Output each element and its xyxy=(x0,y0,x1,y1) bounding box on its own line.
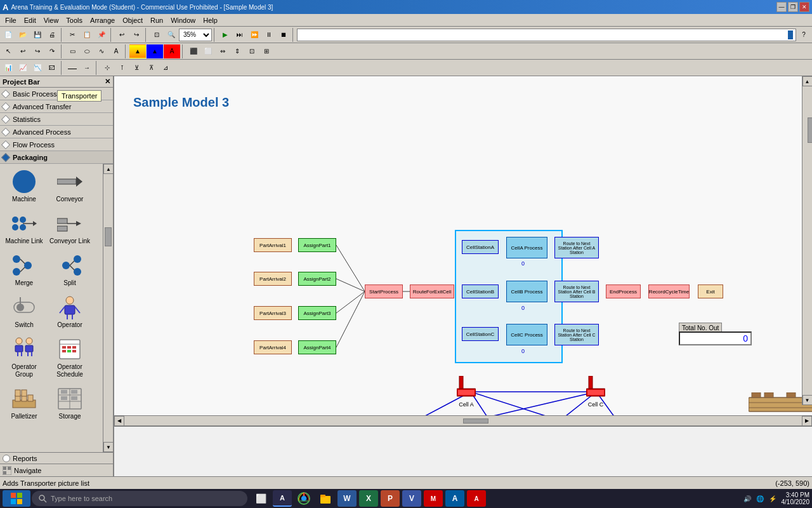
taskbar-search[interactable]: Type here to search xyxy=(32,491,247,506)
route-for-exit-box[interactable]: RouteForExitCell xyxy=(410,284,454,298)
chart3[interactable]: 📉 xyxy=(30,61,44,75)
resize-btn[interactable]: ⊡ xyxy=(245,44,259,58)
taskbar-sound-icon[interactable]: 🔊 xyxy=(743,495,751,502)
minimize-btn[interactable]: — xyxy=(776,2,787,12)
excel-taskbar-btn[interactable]: X xyxy=(359,490,378,507)
project-bar-close[interactable]: ✕ xyxy=(105,77,110,86)
conveyorlink-icon-item[interactable]: Conveyor Link xyxy=(48,208,91,248)
cut-btn[interactable]: ✂ xyxy=(65,28,79,42)
sidebar-item-packaging[interactable]: Packaging xyxy=(0,151,113,164)
cell-b-process-box[interactable]: CellB Process xyxy=(506,281,547,302)
group-btn[interactable]: ⊞ xyxy=(259,44,273,58)
tool3c[interactable]: ⊻ xyxy=(129,61,143,75)
word-taskbar-btn[interactable]: W xyxy=(337,490,357,507)
menu-object[interactable]: Object xyxy=(119,15,147,25)
undo2-btn[interactable]: ↩ xyxy=(16,44,30,58)
part-arrival-2-box[interactable]: PartArrival2 xyxy=(254,272,292,286)
assign-part-2-box[interactable]: AssignPart2 xyxy=(298,272,336,286)
sidebar-item-advanced-transfer[interactable]: Advanced Transfer xyxy=(0,100,113,113)
operatorschedule-icon-item[interactable]: Operator Schedule xyxy=(48,334,91,381)
app-taskbar-btn[interactable]: A xyxy=(467,490,486,507)
space-btn[interactable]: ⇕ xyxy=(230,44,244,58)
redo2-btn[interactable]: ↪ xyxy=(30,44,44,58)
fast-btn[interactable]: ⏩ xyxy=(247,28,261,42)
menu-window[interactable]: Window xyxy=(167,15,199,25)
help-btn[interactable]: ? xyxy=(797,28,811,42)
vscroll-up-btn[interactable]: ▲ xyxy=(802,76,813,86)
chart4[interactable]: 🗠 xyxy=(45,61,59,75)
menu-help[interactable]: Help xyxy=(199,15,221,25)
explorer-taskbar-btn[interactable] xyxy=(316,490,335,507)
part-arrival-1-box[interactable]: PartArrival1 xyxy=(254,238,292,252)
split-icon-item[interactable]: Split xyxy=(48,250,91,290)
part-arrival-3-box[interactable]: PartArrival3 xyxy=(254,306,292,320)
zoom-fit-btn[interactable]: ⊡ xyxy=(150,28,164,42)
arena-taskbar-btn[interactable]: A xyxy=(273,490,292,507)
new-btn[interactable]: 📄 xyxy=(1,28,15,42)
navigate-item[interactable]: Navigate xyxy=(0,464,113,476)
visio-taskbar-btn[interactable]: V xyxy=(402,490,421,507)
chart2[interactable]: 📈 xyxy=(16,61,30,75)
switch-icon-item[interactable]: Switch xyxy=(3,292,46,331)
route-next-b-box[interactable]: Route to Next Station After Cell B Stati… xyxy=(554,281,599,302)
task-view-btn[interactable]: ⬜ xyxy=(251,490,270,507)
distribute-btn[interactable]: ⇔ xyxy=(216,44,230,58)
pointer-btn[interactable]: ↖ xyxy=(1,44,15,58)
assign-part-3-box[interactable]: AssignPart3 xyxy=(298,306,336,320)
redo-btn[interactable]: ↪ xyxy=(129,28,143,42)
sidebar-item-basic-process[interactable]: Basic Process xyxy=(0,88,113,100)
stop-btn[interactable]: ⏹ xyxy=(277,28,291,42)
route-next-c-box[interactable]: Route to Next Station After Cell C Stati… xyxy=(554,324,599,345)
sidebar-item-statistics[interactable]: Statistics xyxy=(0,113,113,126)
arena2-taskbar-btn[interactable]: A xyxy=(445,490,464,507)
ellipse-btn[interactable]: ⬭ xyxy=(80,44,94,58)
menu-view[interactable]: View xyxy=(40,15,63,25)
hscroll-left-btn[interactable]: ◀ xyxy=(114,416,124,426)
align-left[interactable]: ⬛ xyxy=(187,44,200,58)
chart1[interactable]: 📊 xyxy=(1,61,15,75)
text-btn[interactable]: A xyxy=(109,44,123,58)
vscroll-down-btn[interactable]: ▼ xyxy=(802,395,813,405)
open-btn[interactable]: 📂 xyxy=(16,28,30,42)
copy-btn[interactable]: 📋 xyxy=(80,28,94,42)
close-btn[interactable]: ✕ xyxy=(799,2,809,12)
taskbar-network-icon[interactable]: 🌐 xyxy=(756,495,764,502)
redo2b-btn[interactable]: ↷ xyxy=(45,44,59,58)
arrow-tool[interactable]: → xyxy=(80,61,94,75)
fill-color[interactable]: ▲ xyxy=(129,44,146,58)
scroll-down-btn[interactable]: ▼ xyxy=(103,442,113,452)
scroll-up-btn[interactable]: ▲ xyxy=(103,164,113,174)
math-taskbar-btn[interactable]: M xyxy=(424,490,443,507)
zoom-select[interactable]: 35% 50% 75% 100% xyxy=(179,29,212,41)
exit-box[interactable]: Exit xyxy=(698,284,723,298)
sidebar-item-flow-process[interactable]: Flow Process xyxy=(0,138,113,151)
operatorgroup-icon-item[interactable]: Operator Group xyxy=(3,334,46,381)
part-arrival-4-box[interactable]: PartArrival4 xyxy=(254,340,292,354)
cell-c-process-box[interactable]: CellC Process xyxy=(506,324,547,345)
taskbar-clock[interactable]: 3:40 PM 4/10/2020 xyxy=(782,491,810,505)
menu-tools[interactable]: Tools xyxy=(62,15,86,25)
storage-icon-item[interactable]: Storage xyxy=(48,384,91,423)
ppt-taskbar-btn[interactable]: P xyxy=(381,490,400,507)
cell-station-b-box[interactable]: CellStationB xyxy=(462,284,499,298)
canvas-main[interactable]: Sample Model 3 xyxy=(114,76,812,415)
menu-run[interactable]: Run xyxy=(147,15,167,25)
curve-btn[interactable]: ∿ xyxy=(95,44,108,58)
cell-a-process-box[interactable]: CellA Process xyxy=(506,237,547,258)
line-tool[interactable]: — xyxy=(65,61,79,75)
tool3e[interactable]: ⊿ xyxy=(159,61,173,75)
hscroll-right-btn[interactable]: ▶ xyxy=(802,416,812,426)
run-btn[interactable]: ▶ xyxy=(218,28,232,42)
machinelink-icon-item[interactable]: Machine Link xyxy=(3,208,46,248)
sidebar-item-advanced-process[interactable]: Advanced Process xyxy=(0,126,113,138)
conveyor-icon-item[interactable]: Conveyor xyxy=(48,166,91,206)
menu-file[interactable]: File xyxy=(1,15,20,25)
undo-btn[interactable]: ↩ xyxy=(115,28,129,42)
tool3b[interactable]: ⊺ xyxy=(115,61,129,75)
print-btn[interactable]: 🖨 xyxy=(45,28,59,42)
menu-edit[interactable]: Edit xyxy=(20,15,40,25)
record-cycle-box[interactable]: RecordCycleTime xyxy=(648,284,690,298)
zoom-in-btn[interactable]: 🔍 xyxy=(164,28,178,42)
palletizer-icon-item[interactable]: Palletizer xyxy=(3,384,46,423)
machine-icon-item[interactable]: Machine xyxy=(3,166,46,206)
